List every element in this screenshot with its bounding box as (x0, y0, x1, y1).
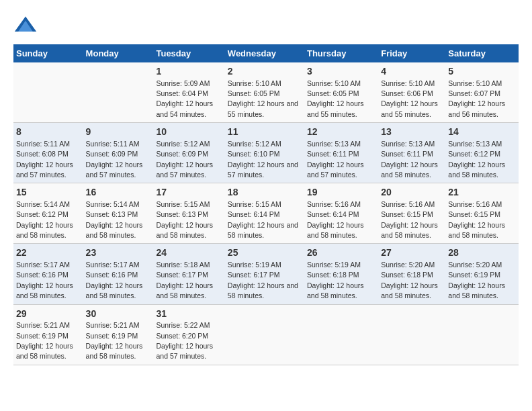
calendar-cell: 28Sunrise: 5:20 AMSunset: 6:19 PMDayligh… (445, 244, 519, 304)
week-row-1: 1Sunrise: 5:09 AMSunset: 6:04 PMDaylight… (13, 62, 519, 123)
calendar-cell: 15Sunrise: 5:14 AMSunset: 6:12 PMDayligh… (13, 183, 83, 244)
week-row-2: 8Sunrise: 5:11 AMSunset: 6:08 PMDaylight… (13, 123, 519, 183)
calendar-header-row: SundayMondayTuesdayWednesdayThursdayFrid… (13, 44, 519, 62)
calendar-cell: 17Sunrise: 5:15 AMSunset: 6:13 PMDayligh… (153, 183, 224, 244)
calendar-cell (378, 304, 445, 365)
column-header-thursday: Thursday (304, 44, 378, 62)
column-header-sunday: Sunday (13, 44, 83, 62)
calendar-cell: 19Sunrise: 5:16 AMSunset: 6:14 PMDayligh… (304, 183, 378, 244)
calendar-cell: 24Sunrise: 5:18 AMSunset: 6:17 PMDayligh… (153, 244, 224, 304)
calendar-cell: 30Sunrise: 5:21 AMSunset: 6:19 PMDayligh… (83, 304, 154, 365)
calendar-cell (304, 304, 378, 365)
week-row-4: 22Sunrise: 5:17 AMSunset: 6:16 PMDayligh… (13, 244, 519, 304)
calendar-cell: 9Sunrise: 5:11 AMSunset: 6:09 PMDaylight… (83, 123, 154, 183)
column-header-tuesday: Tuesday (153, 44, 224, 62)
calendar-cell: 12Sunrise: 5:13 AMSunset: 6:11 PMDayligh… (304, 123, 378, 183)
calendar-cell: 22Sunrise: 5:17 AMSunset: 6:16 PMDayligh… (13, 244, 83, 304)
calendar-cell (83, 62, 154, 123)
calendar-cell: 5Sunrise: 5:10 AMSunset: 6:07 PMDaylight… (445, 62, 519, 123)
page-header (13, 13, 519, 38)
calendar-cell: 31Sunrise: 5:22 AMSunset: 6:20 PMDayligh… (153, 304, 224, 365)
calendar-cell: 14Sunrise: 5:13 AMSunset: 6:12 PMDayligh… (445, 123, 519, 183)
column-header-saturday: Saturday (445, 44, 519, 62)
calendar-table: SundayMondayTuesdayWednesdayThursdayFrid… (13, 44, 519, 365)
calendar-cell: 3Sunrise: 5:10 AMSunset: 6:05 PMDaylight… (304, 62, 378, 123)
calendar-cell: 4Sunrise: 5:10 AMSunset: 6:06 PMDaylight… (378, 62, 445, 123)
calendar-cell: 8Sunrise: 5:11 AMSunset: 6:08 PMDaylight… (13, 123, 83, 183)
calendar-cell: 26Sunrise: 5:19 AMSunset: 6:18 PMDayligh… (304, 244, 378, 304)
calendar-cell: 16Sunrise: 5:14 AMSunset: 6:13 PMDayligh… (83, 183, 154, 244)
calendar-cell: 1Sunrise: 5:09 AMSunset: 6:04 PMDaylight… (153, 62, 224, 123)
calendar-cell: 29Sunrise: 5:21 AMSunset: 6:19 PMDayligh… (13, 304, 83, 365)
calendar-cell (225, 304, 304, 365)
calendar-cell: 2Sunrise: 5:10 AMSunset: 6:05 PMDaylight… (225, 62, 304, 123)
week-row-5: 29Sunrise: 5:21 AMSunset: 6:19 PMDayligh… (13, 304, 519, 365)
column-header-friday: Friday (378, 44, 445, 62)
logo (13, 13, 40, 38)
calendar-cell (445, 304, 519, 365)
calendar-cell: 21Sunrise: 5:16 AMSunset: 6:15 PMDayligh… (445, 183, 519, 244)
calendar-cell (13, 62, 83, 123)
calendar-cell: 10Sunrise: 5:12 AMSunset: 6:09 PMDayligh… (153, 123, 224, 183)
calendar-cell: 20Sunrise: 5:16 AMSunset: 6:15 PMDayligh… (378, 183, 445, 244)
calendar-cell: 23Sunrise: 5:17 AMSunset: 6:16 PMDayligh… (83, 244, 154, 304)
calendar-cell: 18Sunrise: 5:15 AMSunset: 6:14 PMDayligh… (225, 183, 304, 244)
calendar-cell: 13Sunrise: 5:13 AMSunset: 6:11 PMDayligh… (378, 123, 445, 183)
column-header-wednesday: Wednesday (225, 44, 304, 62)
calendar-cell: 25Sunrise: 5:19 AMSunset: 6:17 PMDayligh… (225, 244, 304, 304)
calendar-cell: 27Sunrise: 5:20 AMSunset: 6:18 PMDayligh… (378, 244, 445, 304)
week-row-3: 15Sunrise: 5:14 AMSunset: 6:12 PMDayligh… (13, 183, 519, 244)
calendar-cell: 11Sunrise: 5:12 AMSunset: 6:10 PMDayligh… (225, 123, 304, 183)
column-header-monday: Monday (83, 44, 154, 62)
